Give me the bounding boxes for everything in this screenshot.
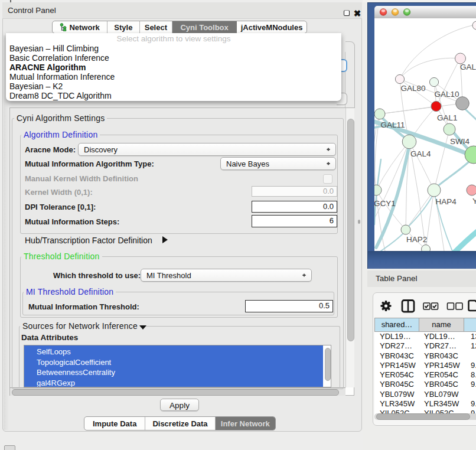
svg-text:GAL10: GAL10 xyxy=(435,90,459,99)
svg-text:GAL11: GAL11 xyxy=(381,120,405,129)
svg-text:GCY1: GCY1 xyxy=(374,199,396,208)
svg-text:HAP2: HAP2 xyxy=(406,235,427,244)
svg-text:GAL4: GAL4 xyxy=(410,149,431,158)
svg-text:HAP4: HAP4 xyxy=(436,197,457,206)
svg-text:Y: Y xyxy=(472,197,476,206)
svg-text:GAL1: GAL1 xyxy=(437,113,458,122)
svg-text:GAL: GAL xyxy=(460,63,476,71)
svg-text:GAL80: GAL80 xyxy=(401,84,426,93)
svg-text:SWI4: SWI4 xyxy=(450,137,470,146)
